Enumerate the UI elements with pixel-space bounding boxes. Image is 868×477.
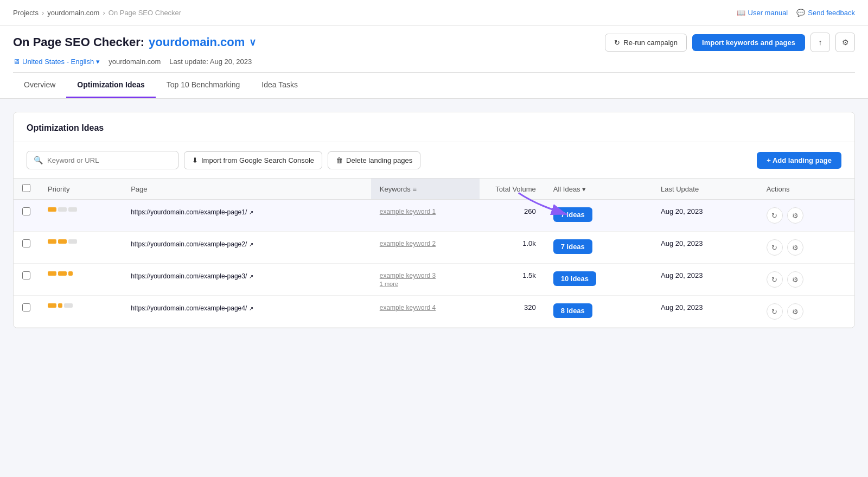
- actions-cell: ↻ ⚙: [758, 296, 854, 328]
- book-icon: 📖: [737, 9, 745, 17]
- trash-icon: 🗑: [336, 156, 343, 164]
- page-cell: https://yourdomain.com/example-page1/ ↗: [122, 200, 371, 232]
- settings-row-button[interactable]: ⚙: [787, 303, 803, 320]
- settings-row-button[interactable]: ⚙: [787, 239, 803, 256]
- user-manual-link[interactable]: 📖 User manual: [737, 9, 788, 17]
- volume-cell: 1.5k: [480, 264, 545, 296]
- main-content: Optimization Ideas 🔍 ⬇ Import from Googl…: [0, 99, 868, 341]
- header-title-row: On Page SEO Checker: yourdomain.com ∨ ↻ …: [13, 33, 855, 52]
- header-actions: ↻ Re-run campaign Import keywords and pa…: [605, 33, 855, 52]
- col-actions: Actions: [758, 179, 854, 200]
- ideas-cell[interactable]: 10 ideas: [545, 264, 652, 296]
- gear-icon: ⚙: [842, 38, 849, 47]
- last-update-cell: Aug 20, 2023: [652, 296, 758, 328]
- breadcrumb-current: On Page SEO Checker: [108, 9, 181, 17]
- col-all-ideas[interactable]: All Ideas ▾: [545, 179, 652, 200]
- col-page: Page: [122, 179, 371, 200]
- table-row: https://yourdomain.com/example-page2/ ↗ …: [14, 232, 854, 264]
- search-icon: 🔍: [34, 156, 43, 164]
- table-row: https://yourdomain.com/example-page4/ ↗ …: [14, 296, 854, 328]
- keywords-cell: example keyword 1: [371, 200, 480, 232]
- export-button[interactable]: ↑: [810, 33, 830, 52]
- card-header: Optimization Ideas: [14, 112, 854, 142]
- last-update-cell: Aug 20, 2023: [652, 264, 758, 296]
- settings-row-button[interactable]: ⚙: [787, 207, 803, 224]
- breadcrumb-projects[interactable]: Projects: [13, 9, 39, 17]
- page-title: On Page SEO Checker: yourdomain.com ∨: [13, 35, 256, 49]
- keywords-cell: example keyword 4: [371, 296, 480, 328]
- keyword-link[interactable]: example keyword 4: [380, 304, 436, 311]
- breadcrumb-domain[interactable]: yourdomain.com: [47, 9, 99, 17]
- refresh-row-button[interactable]: ↻: [767, 239, 783, 256]
- page-cell: https://yourdomain.com/example-page4/ ↗: [122, 296, 371, 328]
- message-icon: 💬: [796, 9, 805, 17]
- actions-cell: ↻ ⚙: [758, 264, 854, 296]
- row-checkbox-0[interactable]: [22, 207, 30, 215]
- row-checkbox-2[interactable]: [22, 271, 30, 279]
- external-link-icon: ↗: [249, 274, 253, 279]
- import-icon: ⬇: [192, 156, 198, 164]
- tab-idea-tasks[interactable]: Idea Tasks: [251, 73, 309, 98]
- external-link-icon: ↗: [249, 241, 253, 247]
- settings-button[interactable]: ⚙: [835, 33, 855, 52]
- last-update-cell: Aug 20, 2023: [652, 200, 758, 232]
- keywords-cell: example keyword 3 1 more: [371, 264, 480, 296]
- table-row: https://yourdomain.com/example-page1/ ↗ …: [14, 200, 854, 232]
- tab-overview[interactable]: Overview: [13, 73, 66, 98]
- ideas-badge[interactable]: 7 ideas: [553, 239, 592, 254]
- refresh-icon: ↻: [614, 39, 620, 47]
- page-cell: https://yourdomain.com/example-page3/ ↗: [122, 264, 371, 296]
- toolbar: 🔍 ⬇ Import from Google Search Console 🗑 …: [14, 142, 854, 178]
- priority-cell: [39, 264, 122, 296]
- col-last-update: Last Update: [652, 179, 758, 200]
- table-row: https://yourdomain.com/example-page3/ ↗ …: [14, 264, 854, 296]
- page-cell: https://yourdomain.com/example-page2/ ↗: [122, 232, 371, 264]
- keyword-link[interactable]: example keyword 2: [380, 240, 436, 247]
- volume-cell: 1.0k: [480, 232, 545, 264]
- keyword-link[interactable]: example keyword 1: [380, 208, 436, 215]
- tabs-nav: Overview Optimization Ideas Top 10 Bench…: [13, 72, 855, 98]
- import-keywords-button[interactable]: Import keywords and pages: [692, 34, 805, 51]
- external-link-icon: ↗: [249, 306, 253, 311]
- breadcrumb: Projects › yourdomain.com › On Page SEO …: [13, 9, 181, 17]
- actions-cell: ↻ ⚙: [758, 200, 854, 232]
- ideas-cell[interactable]: 7 ideas: [545, 232, 652, 264]
- delete-pages-button[interactable]: 🗑 Delete landing pages: [328, 151, 420, 169]
- col-volume: Total Volume: [480, 179, 545, 200]
- ideas-cell[interactable]: 7 ideas: [545, 200, 652, 232]
- optimization-ideas-card: Optimization Ideas 🔍 ⬇ Import from Googl…: [13, 112, 855, 328]
- select-all-checkbox[interactable]: [22, 184, 30, 192]
- ideas-badge[interactable]: 8 ideas: [553, 303, 592, 318]
- keyword-link[interactable]: example keyword 3: [380, 272, 436, 279]
- row-checkbox-3[interactable]: [22, 303, 30, 311]
- last-update-cell: Aug 20, 2023: [652, 232, 758, 264]
- rerun-campaign-button[interactable]: ↻ Re-run campaign: [605, 34, 687, 52]
- search-wrapper: 🔍: [27, 151, 178, 169]
- priority-cell: [39, 200, 122, 232]
- col-priority: Priority: [39, 179, 122, 200]
- tab-optimization-ideas[interactable]: Optimization Ideas: [66, 73, 155, 98]
- send-feedback-link[interactable]: 💬 Send feedback: [796, 9, 855, 17]
- top-bar-right: 📖 User manual 💬 Send feedback: [737, 9, 855, 17]
- refresh-row-button[interactable]: ↻: [767, 303, 783, 320]
- ideas-cell[interactable]: 8 ideas: [545, 296, 652, 328]
- add-landing-page-button[interactable]: + Add landing page: [757, 152, 841, 169]
- volume-cell: 260: [480, 200, 545, 232]
- priority-cell: [39, 296, 122, 328]
- upload-icon: ↑: [819, 38, 822, 47]
- settings-row-button[interactable]: ⚙: [787, 271, 803, 288]
- tab-benchmarking[interactable]: Top 10 Benchmarking: [156, 73, 251, 98]
- top-bar: Projects › yourdomain.com › On Page SEO …: [0, 0, 868, 26]
- results-table-wrapper: Priority Page Keywords ≡ Total Volume Al…: [14, 178, 854, 328]
- search-input[interactable]: [47, 156, 171, 164]
- ideas-badge[interactable]: 7 ideas: [553, 207, 592, 222]
- import-gsc-button[interactable]: ⬇ Import from Google Search Console: [184, 151, 322, 169]
- ideas-badge[interactable]: 10 ideas: [553, 271, 596, 286]
- refresh-row-button[interactable]: ↻: [767, 207, 783, 224]
- priority-cell: [39, 232, 122, 264]
- row-checkbox-1[interactable]: [22, 239, 30, 247]
- refresh-row-button[interactable]: ↻: [767, 271, 783, 288]
- volume-cell: 320: [480, 296, 545, 328]
- location-selector[interactable]: 🖥 United States - English ▾: [13, 58, 100, 66]
- monitor-icon: 🖥: [13, 58, 20, 66]
